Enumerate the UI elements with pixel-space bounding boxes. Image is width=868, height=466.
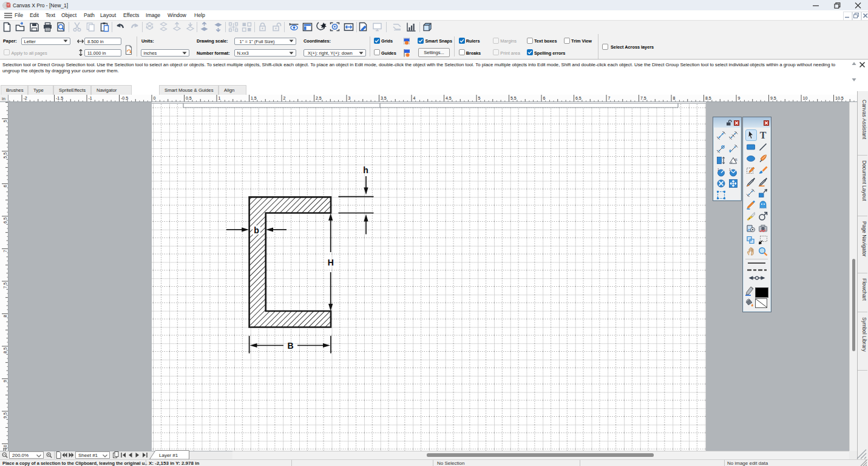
svg-text:T: T <box>760 130 767 140</box>
svg-text:2: 2 <box>283 96 286 100</box>
svg-text:9: 9 <box>3 380 7 382</box>
svg-text:B: B <box>287 341 293 351</box>
svg-text:8.5: 8.5 <box>3 348 7 354</box>
svg-text:1: 1 <box>219 96 221 100</box>
svg-text:Layer #1: Layer #1 <box>159 453 178 458</box>
svg-text:8: 8 <box>673 96 676 100</box>
svg-text:3: 3 <box>348 96 351 100</box>
svg-text:-2: -2 <box>24 96 27 100</box>
svg-text:6.5: 6.5 <box>575 96 581 100</box>
svg-text:7: 7 <box>608 96 611 100</box>
svg-text:6: 6 <box>543 96 546 100</box>
svg-text:5.5: 5.5 <box>3 152 7 159</box>
svg-text:h: h <box>363 165 368 175</box>
svg-text:4: 4 <box>413 96 416 100</box>
svg-text:5: 5 <box>478 96 481 100</box>
svg-text:8.5: 8.5 <box>705 96 711 100</box>
svg-text:-1: -1 <box>89 96 92 100</box>
svg-text:0.5: 0.5 <box>186 96 192 100</box>
svg-text:1.5: 1.5 <box>251 96 257 100</box>
svg-text:7.5: 7.5 <box>3 283 7 289</box>
svg-text:9.5: 9.5 <box>3 413 7 419</box>
svg-text:7.5: 7.5 <box>640 96 646 100</box>
svg-text:9: 9 <box>738 96 741 100</box>
svg-text:7: 7 <box>3 250 7 252</box>
svg-text:4.5: 4.5 <box>446 96 452 100</box>
svg-text:10: 10 <box>803 96 808 100</box>
svg-text:6.5: 6.5 <box>3 218 7 224</box>
svg-text:8: 8 <box>3 315 7 317</box>
svg-text:6: 6 <box>3 185 7 187</box>
svg-text:-1.5: -1.5 <box>56 96 63 100</box>
svg-text:2.5: 2.5 <box>316 96 322 100</box>
svg-text:1: 1 <box>729 168 731 171</box>
svg-text:9.5: 9.5 <box>770 96 776 100</box>
svg-text:-0.5: -0.5 <box>121 96 128 100</box>
svg-text:b: b <box>254 225 259 235</box>
svg-text:45: 45 <box>734 159 737 162</box>
svg-text:1: 1 <box>717 168 719 171</box>
svg-text:5: 5 <box>3 120 7 122</box>
svg-text:0: 0 <box>154 96 156 100</box>
svg-text:3.5: 3.5 <box>381 96 387 100</box>
svg-text:10.5: 10.5 <box>835 96 844 100</box>
svg-text:H: H <box>328 258 334 267</box>
svg-text:5.5: 5.5 <box>510 96 517 100</box>
